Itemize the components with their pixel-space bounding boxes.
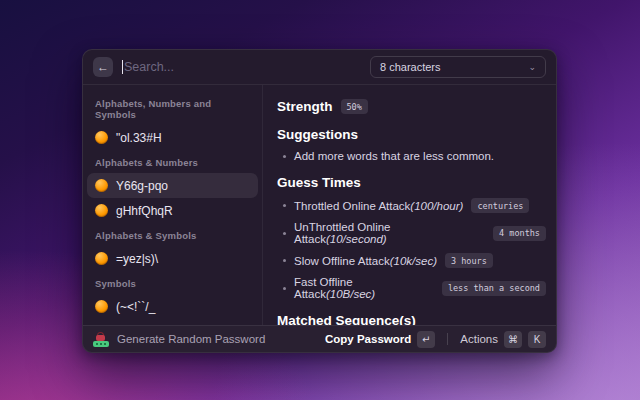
matched-sequences-heading: Matched Sequence(s) bbox=[277, 313, 546, 325]
dropdown-value: 8 characters bbox=[380, 61, 441, 73]
bullet-dot bbox=[283, 259, 286, 262]
attack-rate: (10/second) bbox=[326, 233, 387, 245]
attack-label: UnThrottled Online Attack(10/second) bbox=[294, 221, 485, 245]
sidebar-item-password[interactable]: "ol.33#H bbox=[87, 125, 258, 150]
password-dot-icon bbox=[95, 300, 108, 313]
password-dot-icon bbox=[95, 252, 108, 265]
password-text: gHhfQhqR bbox=[116, 204, 173, 218]
password-dot-icon bbox=[95, 204, 108, 217]
footer-app-label: Generate Random Password bbox=[117, 333, 265, 345]
back-button[interactable]: ← bbox=[93, 57, 113, 77]
guess-time-badge: 3 hours bbox=[445, 253, 493, 268]
suggestion-text: Add more words that are less common. bbox=[294, 150, 494, 162]
sidebar-item-password-selected[interactable]: Y66g-pqo bbox=[87, 173, 258, 198]
suggestions-heading: Suggestions bbox=[277, 127, 546, 142]
guess-time-row: Fast Offline Attack(10B/sec) less than a… bbox=[283, 276, 546, 300]
attack-label: Slow Offline Attack(10k/sec) bbox=[294, 255, 437, 267]
password-generator-icon bbox=[93, 332, 109, 347]
guess-time-row: Slow Offline Attack(10k/sec) 3 hours bbox=[283, 253, 546, 268]
guess-time-row: UnThrottled Online Attack(10/second) 4 m… bbox=[283, 221, 546, 245]
command-key-icon: ⌘ bbox=[504, 331, 522, 348]
sidebar-item-password[interactable]: gHhfQhqR bbox=[87, 198, 258, 223]
guess-time-badge: centuries bbox=[471, 198, 529, 213]
password-text: =yez|s)\ bbox=[116, 252, 158, 266]
chevron-down-icon: ⌄ bbox=[528, 62, 536, 72]
password-dot-icon bbox=[95, 179, 108, 192]
footer-bar: Generate Random Password Copy Password ↵… bbox=[83, 325, 556, 352]
password-dot-icon bbox=[95, 131, 108, 144]
password-text: "ol.33#H bbox=[116, 131, 162, 145]
actions-label: Actions bbox=[460, 333, 498, 345]
guess-time-row: Throttled Online Attack(100/hour) centur… bbox=[283, 198, 546, 213]
password-text: (~<!``/_ bbox=[116, 300, 155, 314]
app-window: ← 8 characters ⌄ Alphabets, Numbers and … bbox=[82, 49, 557, 353]
password-text: Y66g-pqo bbox=[116, 179, 168, 193]
search-input[interactable] bbox=[124, 60, 361, 74]
attack-label: Throttled Online Attack(100/hour) bbox=[294, 200, 463, 212]
copy-password-label: Copy Password bbox=[325, 333, 411, 345]
bullet-dot bbox=[283, 287, 286, 290]
enter-key-icon: ↵ bbox=[417, 331, 435, 348]
sidebar-section-header: Alphabets & Numbers bbox=[87, 150, 258, 173]
search-wrap bbox=[122, 60, 361, 74]
k-key-icon: K bbox=[528, 331, 546, 348]
footer-divider bbox=[447, 333, 448, 345]
sidebar-section-header: Alphabets, Numbers and Symbols bbox=[87, 91, 258, 125]
bullet-dot bbox=[283, 232, 286, 235]
actions-button[interactable]: Actions ⌘ K bbox=[460, 331, 546, 348]
text-caret bbox=[122, 60, 123, 74]
guess-time-badge: 4 months bbox=[493, 226, 546, 241]
character-count-dropdown[interactable]: 8 characters ⌄ bbox=[370, 56, 546, 78]
attack-rate: (10k/sec) bbox=[390, 255, 437, 267]
attack-label: Fast Offline Attack(10B/sec) bbox=[294, 276, 434, 300]
strength-badge: 50% bbox=[341, 99, 368, 114]
copy-password-button[interactable]: Copy Password ↵ bbox=[325, 331, 435, 348]
guess-time-badge: less than a second bbox=[442, 281, 546, 296]
sidebar-item-password[interactable]: (~<!``/_ bbox=[87, 294, 258, 319]
strength-heading: Strength bbox=[277, 99, 333, 114]
sidebar: Alphabets, Numbers and Symbols "ol.33#H … bbox=[83, 85, 263, 325]
sidebar-section-header: Symbols bbox=[87, 271, 258, 294]
attack-rate: (100/hour) bbox=[410, 200, 463, 212]
back-arrow-icon: ← bbox=[97, 60, 109, 74]
bullet-dot bbox=[283, 204, 286, 207]
sidebar-item-password[interactable]: =yez|s)\ bbox=[87, 246, 258, 271]
topbar: ← 8 characters ⌄ bbox=[83, 50, 556, 85]
detail-panel: Strength 50% Suggestions Add more words … bbox=[263, 85, 556, 325]
bullet-dot bbox=[283, 155, 286, 158]
attack-rate: (10B/sec) bbox=[326, 288, 375, 300]
guess-times-heading: Guess Times bbox=[277, 175, 546, 190]
sidebar-section-header: Alphabets & Symbols bbox=[87, 223, 258, 246]
